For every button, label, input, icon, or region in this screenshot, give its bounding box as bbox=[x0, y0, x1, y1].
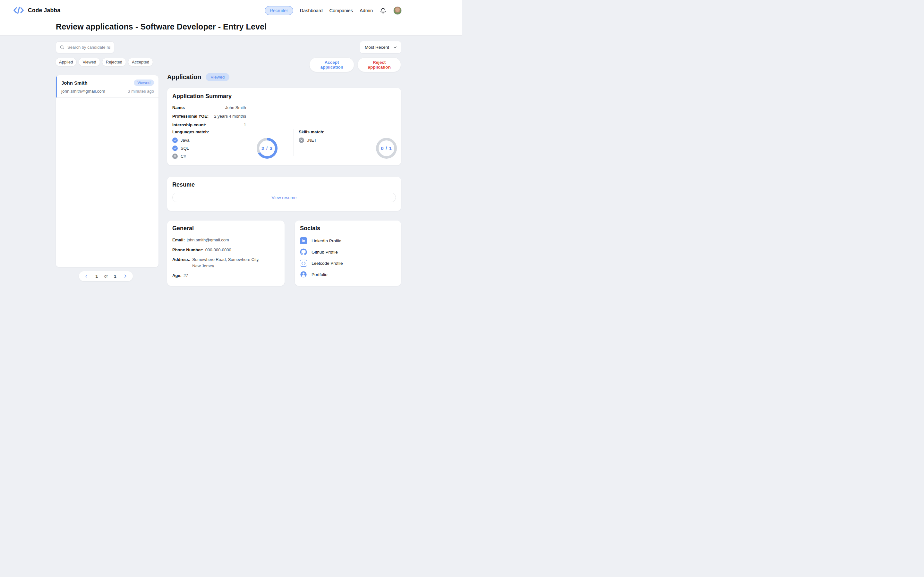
candidate-search bbox=[56, 41, 114, 53]
chevron-down-icon bbox=[393, 45, 397, 49]
filter-applied[interactable]: Applied bbox=[55, 58, 77, 66]
view-resume-button[interactable]: View resume bbox=[172, 193, 396, 202]
skill-match-item: .NET bbox=[299, 137, 317, 143]
summary-row-internships: Internship count: 1 bbox=[172, 122, 246, 127]
role-chip-recruiter[interactable]: Recruiter bbox=[265, 6, 293, 15]
app-screen: Code Jabba Recruiter Dashboard Companies… bbox=[0, 0, 462, 288]
languages-score: 2 / 3 bbox=[262, 145, 273, 151]
list-pagination: 1 of 1 bbox=[79, 271, 133, 281]
check-icon bbox=[172, 145, 178, 151]
candidate-applied-time: 3 minutes ago bbox=[128, 89, 154, 93]
prev-page-button[interactable] bbox=[84, 274, 89, 279]
general-card: General Email: john.smith@gmail.com Phon… bbox=[167, 221, 284, 286]
accept-application-button[interactable]: Accept application bbox=[309, 57, 354, 72]
check-icon bbox=[172, 137, 178, 143]
current-page: 1 bbox=[95, 274, 98, 279]
summary-table: Name: John Smith Professional YOE: 2 yea… bbox=[172, 105, 246, 131]
filter-rejected[interactable]: Rejected bbox=[102, 58, 126, 66]
filter-viewed[interactable]: Viewed bbox=[79, 58, 100, 66]
x-icon bbox=[299, 137, 304, 143]
chevron-right-icon bbox=[123, 274, 128, 278]
portfolio-icon bbox=[300, 271, 307, 278]
brand-name: Code Jabba bbox=[28, 7, 60, 14]
sort-value: Most Recent bbox=[365, 45, 389, 50]
application-actions: Accept application Reject application bbox=[309, 57, 401, 72]
application-status-badge: Viewed bbox=[206, 73, 229, 81]
socials-heading: Socials bbox=[300, 225, 396, 232]
languages-match-list: Java SQL bbox=[172, 137, 189, 159]
skills-score: 0 / 1 bbox=[381, 145, 392, 151]
skills-match-label: Skills match: bbox=[299, 129, 325, 134]
github-icon bbox=[300, 248, 307, 255]
nav-link-admin[interactable]: Admin bbox=[360, 8, 373, 13]
bell-icon[interactable] bbox=[380, 7, 387, 15]
general-heading: General bbox=[172, 225, 279, 232]
x-icon bbox=[172, 153, 178, 159]
language-match-item: Java bbox=[172, 137, 189, 143]
status-filters: Applied Viewed Rejected Accepted bbox=[55, 58, 153, 66]
general-row-age: Age: 27 bbox=[172, 272, 279, 279]
linkedin-profile-link[interactable]: in LinkedIn Profile bbox=[300, 237, 396, 244]
general-row-address: Address: Somewhere Road, Somewhere City,… bbox=[172, 256, 279, 269]
summary-row-name: Name: John Smith bbox=[172, 105, 246, 110]
skills-match-list: .NET bbox=[299, 137, 317, 143]
summary-row-yoe: Professional YOE: 2 years 4 months bbox=[172, 114, 246, 119]
filter-accepted[interactable]: Accepted bbox=[128, 58, 153, 66]
language-match-item: C# bbox=[172, 153, 189, 159]
top-bar: Code Jabba Recruiter Dashboard Companies… bbox=[0, 0, 462, 35]
resume-heading: Resume bbox=[172, 181, 396, 188]
skills-match-donut: 0 / 1 bbox=[376, 138, 397, 159]
general-row-email: Email: john.smith@gmail.com bbox=[172, 237, 279, 243]
github-profile-link[interactable]: Github Profile bbox=[300, 248, 396, 255]
languages-match-donut: 2 / 3 bbox=[257, 138, 278, 159]
leetcode-profile-link[interactable]: Leetcode Profile bbox=[300, 259, 396, 267]
application-summary-card: Application Summary Name: John Smith Pro… bbox=[167, 88, 401, 165]
linkedin-icon: in bbox=[300, 237, 307, 244]
nav-link-companies[interactable]: Companies bbox=[330, 8, 353, 13]
search-input[interactable] bbox=[67, 45, 110, 50]
general-row-phone: Phone Number: 000-000-0000 bbox=[172, 247, 279, 253]
candidate-email: john.smith@gmail.com bbox=[61, 89, 105, 93]
candidate-list-item[interactable]: John Smith Viewed john.smith@gmail.com 3… bbox=[56, 75, 158, 98]
avatar[interactable] bbox=[393, 6, 402, 15]
total-pages: 1 bbox=[113, 274, 116, 279]
top-nav: Recruiter Dashboard Companies Admin bbox=[265, 0, 402, 21]
sort-dropdown[interactable]: Most Recent bbox=[360, 41, 401, 53]
candidate-name: John Smith bbox=[61, 80, 87, 85]
socials-card: Socials in LinkedIn Profile Github Profi… bbox=[295, 221, 401, 286]
summary-divider bbox=[294, 129, 294, 156]
candidate-list: John Smith Viewed john.smith@gmail.com 3… bbox=[56, 75, 158, 267]
brand[interactable]: Code Jabba bbox=[13, 6, 60, 15]
page-of-label: of bbox=[104, 274, 107, 279]
search-icon bbox=[60, 45, 65, 50]
resume-card: Resume View resume bbox=[167, 177, 401, 211]
leetcode-icon bbox=[300, 259, 307, 267]
code-brackets-icon bbox=[13, 6, 24, 15]
chevron-left-icon bbox=[84, 274, 89, 278]
application-heading: Application bbox=[167, 73, 201, 81]
languages-match-label: Languages match: bbox=[172, 129, 209, 134]
next-page-button[interactable] bbox=[123, 274, 128, 279]
candidate-status-badge: Viewed bbox=[134, 79, 154, 86]
reject-application-button[interactable]: Reject application bbox=[357, 57, 401, 72]
page-title: Review applications - Software Developer… bbox=[56, 22, 267, 31]
summary-heading: Application Summary bbox=[172, 93, 232, 100]
nav-link-dashboard[interactable]: Dashboard bbox=[300, 8, 323, 13]
language-match-item: SQL bbox=[172, 145, 189, 151]
portfolio-link[interactable]: Portfolio bbox=[300, 271, 396, 278]
